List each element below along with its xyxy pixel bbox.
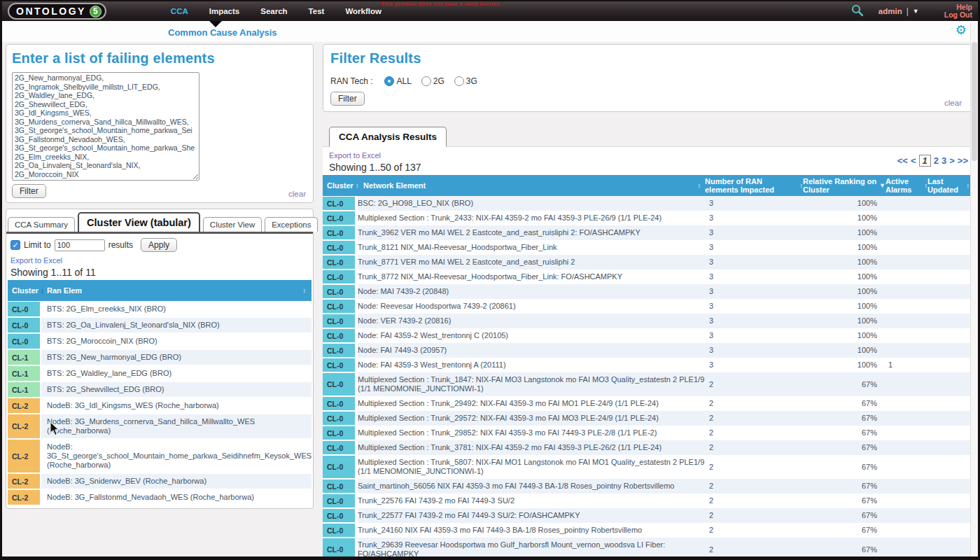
table-row[interactable]: CL-0Trunk_22577 FAI 7439-2 mo FAI 7449-3… — [323, 508, 972, 523]
page-[interactable]: > — [949, 155, 955, 166]
right-header-cluster[interactable]: Cluster↕ — [323, 181, 358, 190]
table-row[interactable]: CL-2NodeB: 3G_St_george's_school_Mountai… — [8, 439, 312, 473]
table-row[interactable]: CL-0Multiplexed Section : Trunk_29572: N… — [323, 411, 972, 426]
cluster-badge: CL-0 — [323, 241, 355, 254]
apply-button[interactable]: Apply — [141, 238, 177, 252]
right-header-active-alarms[interactable]: Active Alarms↕ — [886, 177, 927, 194]
table-row[interactable]: CL-0Trunk_24160 NIX FAI 4359-3 mo FAI 74… — [323, 523, 972, 538]
table-row[interactable]: CL-2NodeB: 3G_Murdens_cornerva_Sand_hill… — [8, 414, 312, 439]
left-export-to-excel-link[interactable]: Export to Excel — [10, 256, 62, 265]
page-[interactable]: << — [897, 155, 908, 166]
breadcrumb-common-cause-analysis[interactable]: Common Cause Analysis — [168, 27, 277, 38]
table-row[interactable]: CL-0Node: Reevesar Hoodsportwa 7439-2 (2… — [323, 299, 972, 314]
network-element-cell: Trunk_8771 VER mo MAI WEL 2 Eastcote_and… — [358, 255, 705, 270]
right-export-to-excel-link[interactable]: Export to Excel — [329, 151, 381, 160]
table-row[interactable]: CL-0Multiplexed Section : Trunk_29492: N… — [323, 396, 972, 411]
table-row[interactable]: CL-1BTS: 2G_Waldley_lane_EDG (BRO) — [8, 365, 312, 382]
page-2[interactable]: 2 — [934, 155, 939, 166]
failing-elements-input[interactable]: 2G_New_harmonyal_EDG, 2G_Ingramok_Shelby… — [12, 72, 200, 181]
tab-exceptions[interactable]: Exceptions — [265, 217, 318, 232]
right-header-last-updated[interactable]: Last Updated↕ — [927, 177, 972, 194]
table-row[interactable]: CL-0Node: FAI 4359-3 West_trentonnj A (2… — [323, 358, 972, 372]
tab-cca-analysis-results[interactable]: CCA Analysis Results — [329, 127, 447, 147]
table-row[interactable]: CL-0Node: FAI 4359-2 West_trentonnj C (2… — [323, 328, 972, 343]
page-1[interactable]: 1 — [919, 155, 931, 167]
table-row[interactable]: CL-0BTS: 2G_Elm_creekks_NIX (BRO) — [8, 301, 312, 317]
settings-gear-icon[interactable]: ⚙ — [955, 24, 967, 36]
radio-icon[interactable] — [454, 76, 464, 86]
sort-icon[interactable]: ↕ — [967, 182, 970, 189]
table-row[interactable]: CL-0Trunk_8772 NIX_MAI-Reevesar_Hoodspor… — [323, 270, 972, 284]
table-row[interactable]: CL-0BTS: 2G_Oa_Linvalenj_St_leonard'sla_… — [8, 317, 312, 333]
limit-input[interactable] — [55, 239, 105, 251]
right-filter-button[interactable]: Filter — [330, 92, 365, 106]
user-menu[interactable]: admin — [878, 7, 902, 15]
table-row[interactable]: CL-0Multiplexed Section : Trunk_5807: NI… — [323, 455, 972, 479]
ran-tech-option-all[interactable]: ALL — [384, 76, 411, 86]
table-row[interactable]: CL-1BTS: 2G_New_harmonyal_EDG (BRO) — [8, 349, 312, 365]
search-icon[interactable] — [851, 4, 863, 19]
table-row[interactable]: CL-2NodeB: 3G_Sniderwv_BEV (Roche_harbor… — [8, 473, 312, 489]
cluster-badge: CL-1 — [8, 366, 40, 381]
nav-item-test[interactable]: Test — [309, 7, 325, 15]
active-alarms-cell — [886, 299, 927, 314]
radio-icon[interactable] — [421, 76, 431, 86]
table-row[interactable]: CL-0BSC: 2G_HO98_LEO_NIX (BRO)3100% — [323, 196, 972, 211]
left-clear-link[interactable]: clear — [288, 190, 306, 198]
nav-item-impacts[interactable]: Impacts — [209, 7, 239, 15]
table-row[interactable]: CL-0Trunk_8771 VER mo MAI WEL 2 Eastcote… — [323, 255, 972, 270]
table-row[interactable]: CL-0Multiplexed Section : Trunk_29852: N… — [323, 426, 972, 440]
table-row[interactable]: CL-0Trunk_8121 NIX_MAI-Reevesar_Hoodspor… — [323, 240, 972, 255]
nav-item-workflow[interactable]: Workflow — [345, 7, 382, 15]
page-3[interactable]: 3 — [941, 155, 946, 166]
table-row[interactable]: CL-0Node: VER 7439-2 (20816)3100% — [323, 314, 972, 328]
logout-link[interactable]: Log Out — [944, 11, 972, 19]
table-row[interactable]: CL-2NodeB: 3G_Idl_Kingsms_WES (Roche_har… — [8, 398, 312, 414]
page-[interactable]: >> — [958, 155, 968, 166]
ran-elem-cell: BTS: 2G_Oa_Linvalenj_St_leonard'sla_NIX … — [41, 318, 312, 332]
table-row[interactable]: CL-0Trunk_3962 VER mo MAI WEL 2 Eastcote… — [323, 225, 972, 240]
table-row[interactable]: CL-0Trunk_22576 FAI 7439-2 mo FAI 7449-3… — [323, 493, 972, 508]
chevron-down-icon[interactable]: ▼ — [913, 8, 919, 15]
ran-tech-option-3g[interactable]: 3G — [454, 76, 477, 86]
table-row[interactable]: CL-1BTS: 2G_Shewvillect_EDG (BRO) — [8, 382, 312, 398]
table-row[interactable]: CL-0Multiplexed Section : Trunk_1847: NI… — [323, 372, 972, 396]
sort-icon[interactable]: ▼ — [879, 182, 886, 189]
limit-checkbox[interactable]: ✓ — [10, 240, 20, 250]
radio-icon[interactable] — [384, 76, 394, 86]
right-clear-link[interactable]: clear — [944, 99, 962, 107]
ran-tech-option-2g[interactable]: 2G — [421, 76, 444, 86]
sort-icon[interactable]: ↕ — [303, 287, 307, 294]
impacted-cell: 2 — [705, 372, 803, 396]
nav-item-search[interactable]: Search — [260, 7, 287, 15]
tab-cluster-view[interactable]: Cluster View — [203, 217, 262, 232]
page-[interactable]: < — [911, 155, 916, 166]
right-header-number-of-ran-elements-impacted[interactable]: Number of RAN elements Impacted↕ — [705, 177, 803, 194]
table-row[interactable]: CL-0Node: MAI 7439-2 (20848)3100% — [323, 284, 972, 299]
tab-cluster-view-tabular[interactable]: Cluster View (tabular) — [78, 212, 200, 232]
left-header-cluster[interactable]: Cluster↕ — [8, 286, 41, 295]
sort-icon[interactable]: ↕ — [698, 182, 701, 189]
table-row[interactable]: CL-0Trunk_29639 Reevesar Hoodsportwa mo … — [323, 538, 972, 560]
cluster-badge: CL-0 — [323, 226, 355, 239]
left-header-ran-elem[interactable]: Ran Elem↕ — [41, 286, 312, 295]
scrollbar-thumb[interactable] — [972, 42, 977, 161]
nav-item-cca[interactable]: CCA — [171, 7, 188, 15]
table-row[interactable]: CL-0Node: FAI 7449-3 (20957)3100% — [323, 343, 972, 358]
right-header-relative-ranking-on-cluster[interactable]: Relative Ranking on Cluster▼ — [803, 177, 886, 194]
impacted-cell: 3 — [705, 255, 803, 270]
right-header-network-element[interactable]: Network Element↕ — [358, 181, 705, 190]
table-row[interactable]: CL-2NodeB: 3G_Fallstonmd_Nevadaoh_WES (R… — [8, 489, 312, 505]
table-row[interactable]: CL-0Multiplexed Section : Trunk_3781: NI… — [323, 440, 972, 455]
vertical-scrollbar[interactable] — [970, 22, 978, 556]
last-updated-cell — [927, 211, 972, 225]
table-row[interactable]: CL-0Multiplexed Section : Trunk_2433: NI… — [323, 211, 972, 225]
app-logo[interactable]: ONTOLOGY 5 — [8, 3, 106, 20]
last-updated-cell — [927, 343, 972, 358]
tab-cca-summary[interactable]: CCA Summary — [8, 217, 75, 232]
table-row[interactable]: CL-0Saint_martinoh_56056 NIX FAI 4359-3 … — [323, 479, 972, 493]
network-element-cell: Trunk_24160 NIX FAI 4359-3 mo FAI 7449-3… — [358, 523, 705, 538]
table-row[interactable]: CL-0BTS: 2G_Moroccoin_NIX (BRO) — [8, 333, 312, 349]
left-filter-button[interactable]: Filter — [12, 184, 46, 198]
cluster-badge: CL-0 — [323, 397, 355, 410]
